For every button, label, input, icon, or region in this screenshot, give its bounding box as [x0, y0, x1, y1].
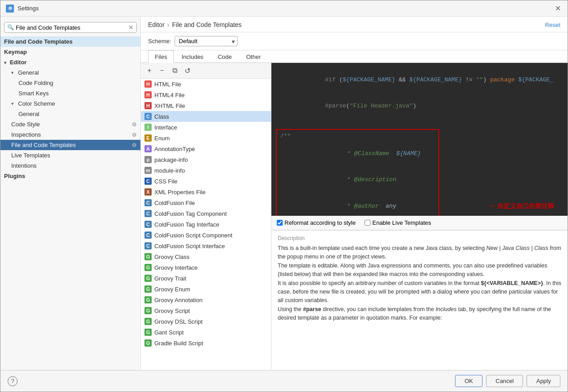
sidebar-item-live-templates[interactable]: Live Templates: [0, 150, 140, 160]
list-item-groovy-enum[interactable]: G Groovy Enum: [141, 284, 271, 294]
list-item-interface[interactable]: I Interface: [141, 122, 271, 133]
label-package-info: package-info: [154, 156, 188, 163]
label-xml-properties: XML Properties File: [154, 189, 206, 196]
scheme-label: Scheme:: [148, 38, 171, 45]
code-line-2: #parse("File Header.java"): [276, 93, 563, 120]
live-templates-checkbox-label[interactable]: Enable Live Templates: [365, 219, 431, 226]
list-item-module-info[interactable]: m module-info: [141, 165, 271, 176]
icon-gant-script: G: [144, 329, 152, 336]
sidebar-group-keymap[interactable]: Keymap: [0, 47, 140, 57]
list-item-html-file[interactable]: H HTML File: [141, 79, 271, 89]
icon-groovy-script: G: [144, 307, 152, 314]
apply-button[interactable]: Apply: [527, 375, 560, 387]
search-box[interactable]: 🔍 ✕: [4, 22, 137, 33]
sidebar-item-code-style[interactable]: Code Style ⚙: [0, 119, 140, 129]
add-button[interactable]: +: [144, 66, 154, 76]
description-text: This is a built-in template used each ti…: [278, 244, 561, 322]
icon-xml-properties: X: [144, 188, 152, 196]
code-editor[interactable]: #if (${PACKAGE_NAME} && ${PACKAGE_NAME} …: [271, 63, 568, 216]
app-icon: ⚙: [6, 4, 14, 13]
annotation-text: 自定义自己的类注释: [497, 202, 554, 210]
scheme-row: Scheme: Default: [141, 32, 568, 50]
sidebar-label-keymap: Keymap: [4, 49, 27, 55]
sidebar-label-intentions: Intentions: [11, 162, 36, 169]
list-item-html4-file[interactable]: H HTML4 File: [141, 89, 271, 100]
label-html4-file: HTML4 File: [154, 92, 185, 98]
ok-button[interactable]: OK: [455, 375, 482, 387]
list-item-groovy-class[interactable]: G Groovy Class: [141, 251, 271, 262]
sidebar-label-editor: Editor: [10, 59, 27, 66]
sidebar-label-code-style: Code Style: [11, 121, 40, 128]
reset-button[interactable]: ↺: [182, 66, 192, 76]
list-item-gradle-build-script[interactable]: G Gradle Build Script: [141, 338, 271, 348]
scheme-select[interactable]: Default: [175, 36, 238, 46]
list-item-groovy-script[interactable]: G Groovy Script: [141, 305, 271, 316]
list-item-groovy-annotation[interactable]: G Groovy Annotation: [141, 294, 271, 305]
sidebar-item-intentions[interactable]: Intentions: [0, 160, 140, 171]
copy-button[interactable]: ⧉: [170, 66, 180, 76]
tab-code[interactable]: Code: [211, 50, 239, 63]
icon-groovy-interface: G: [144, 264, 152, 271]
list-item-enum[interactable]: E Enum: [141, 133, 271, 143]
icon-html4-file: H: [144, 91, 152, 98]
scheme-select-wrapper[interactable]: Default: [175, 36, 238, 46]
sidebar-group-editor[interactable]: ▾ Editor: [0, 57, 140, 67]
help-button[interactable]: ?: [8, 376, 18, 386]
list-item-coldfusion-tag-comp[interactable]: C ColdFusion Tag Component: [141, 208, 271, 219]
label-xhtml-file: XHTML File: [154, 102, 185, 109]
label-interface: Interface: [154, 124, 177, 131]
icon-groovy-annotation: G: [144, 296, 152, 303]
sidebar-item-file-code-templates[interactable]: File and Code Templates ⚙: [0, 140, 140, 150]
reset-link[interactable]: Reset: [545, 22, 560, 28]
label-groovy-trait: Groovy Trait: [154, 275, 186, 282]
reformat-checkbox[interactable]: [277, 220, 283, 226]
close-button[interactable]: ✕: [553, 4, 562, 13]
breadcrumb-editor: Editor: [148, 21, 165, 28]
list-item-groovy-trait[interactable]: G Groovy Trait: [141, 273, 271, 284]
sidebar-item-color-scheme[interactable]: ▾ Color Scheme: [0, 98, 140, 109]
label-class: Class: [154, 113, 169, 120]
settings-window: ⚙ Settings ✕ 🔍 ✕ File and Code Templates…: [0, 0, 568, 392]
remove-button[interactable]: −: [157, 66, 167, 76]
cancel-button[interactable]: Cancel: [486, 375, 523, 387]
label-coldfusion-script-iface: ColdFusion Script Interface: [154, 243, 225, 249]
icon-coldfusion-file: C: [144, 199, 152, 206]
list-item-coldfusion-script-iface[interactable]: C ColdFusion Script Interface: [141, 241, 271, 251]
list-item-coldfusion-script-comp[interactable]: C ColdFusion Script Component: [141, 230, 271, 241]
list-item-package-info[interactable]: p package-info: [141, 154, 271, 165]
sidebar-item-color-general[interactable]: General: [0, 109, 140, 119]
list-item-xml-properties[interactable]: X XML Properties File: [141, 187, 271, 197]
live-templates-label: Enable Live Templates: [372, 219, 431, 226]
icon-groovy-dsl-script: G: [144, 318, 152, 325]
icon-coldfusion-tag-comp: C: [144, 210, 152, 217]
list-item-gant-script[interactable]: G Gant Script: [141, 327, 271, 338]
sidebar-item-file-code-top[interactable]: File and Code Templates: [0, 36, 140, 47]
label-groovy-script: Groovy Script: [154, 307, 190, 314]
sidebar-item-smart-keys[interactable]: Smart Keys: [0, 88, 140, 98]
icon-class: C: [144, 113, 152, 120]
code-style-settings-icon: ⚙: [132, 121, 137, 128]
icon-interface: I: [144, 124, 152, 131]
list-item-groovy-interface[interactable]: G Groovy Interface: [141, 262, 271, 273]
tab-other[interactable]: Other: [239, 50, 268, 63]
sidebar-item-general[interactable]: ▾ General: [0, 67, 140, 78]
list-item-class[interactable]: C Class: [141, 111, 271, 122]
editor-panel: #if (${PACKAGE_NAME} && ${PACKAGE_NAME} …: [271, 63, 568, 370]
list-item-coldfusion-file[interactable]: C ColdFusion File: [141, 197, 271, 208]
list-item-groovy-dsl-script[interactable]: G Groovy DSL Script: [141, 316, 271, 327]
list-item-css-file[interactable]: C CSS File: [141, 176, 271, 187]
reformat-checkbox-label[interactable]: Reformat according to style: [277, 219, 356, 226]
color-scheme-expand-arrow: ▾: [11, 101, 14, 106]
sidebar-group-plugins[interactable]: Plugins: [0, 171, 140, 181]
search-input[interactable]: [16, 24, 126, 31]
tab-files[interactable]: Files: [148, 50, 174, 63]
sidebar-label-file-code-templates: File and Code Templates: [11, 142, 76, 148]
live-templates-checkbox[interactable]: [365, 220, 370, 226]
search-clear-icon[interactable]: ✕: [128, 24, 134, 31]
tab-includes[interactable]: Includes: [175, 50, 210, 63]
sidebar-item-inspections[interactable]: Inspections ⚙: [0, 129, 140, 140]
sidebar-item-code-folding[interactable]: Code Folding: [0, 78, 140, 88]
list-item-annotation-type[interactable]: A AnnotationType: [141, 143, 271, 154]
list-item-coldfusion-tag-iface[interactable]: C ColdFusion Tag Interface: [141, 219, 271, 230]
list-item-xhtml-file[interactable]: H XHTML File: [141, 100, 271, 111]
